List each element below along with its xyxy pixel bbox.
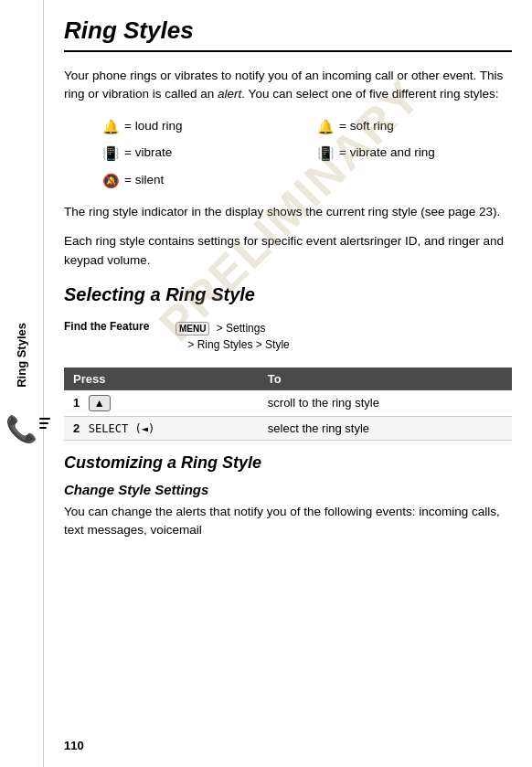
soft-ring-label: = soft ring xyxy=(339,116,394,137)
intro-paragraph-3: Each ring style contains settings for sp… xyxy=(64,232,512,270)
ring-style-vibrate: 📳 = vibrate xyxy=(101,142,297,165)
vibrate-label: = vibrate xyxy=(124,143,172,164)
loud-ring-icon: 🔔 xyxy=(101,115,121,139)
find-feature-path: MENU > Settings > Ring Styles > Style xyxy=(176,320,290,353)
ring-style-vibrate-ring: 📳 = vibrate and ring xyxy=(315,142,512,165)
vibrate-icon: 📳 xyxy=(101,142,121,165)
press-table: Press To 1 ▲ scroll to the ring style 2 … xyxy=(64,368,512,441)
customizing-heading: Customizing a Ring Style xyxy=(64,453,512,473)
ring-style-loud: 🔔 = loud ring xyxy=(101,115,297,139)
col-press-header: Press xyxy=(64,368,259,390)
selecting-heading: Selecting a Ring Style xyxy=(64,284,512,305)
select-key-label: SELECT (◄) xyxy=(89,422,154,435)
ring-style-silent: 🔕 = silent xyxy=(101,169,297,193)
loud-ring-label: = loud ring xyxy=(124,116,182,137)
col-to-header: To xyxy=(259,368,512,390)
table-cell-action-2: select the ring style xyxy=(259,416,512,440)
main-content: PRELIMINARY Ring Styles Your phone rings… xyxy=(44,0,532,767)
table-cell-key-1: 1 ▲ xyxy=(64,390,259,417)
vibrate-ring-label: = vibrate and ring xyxy=(339,143,435,164)
customizing-paragraph: You can change the alerts that notify yo… xyxy=(64,503,512,540)
page-title: Ring Styles xyxy=(64,16,512,52)
page-number: 110 xyxy=(64,739,84,752)
phone-icon: 📞 xyxy=(5,415,37,443)
nav-key-icon: ▲ xyxy=(89,395,111,411)
ring-style-soft: 🔔 = soft ring xyxy=(315,115,512,139)
intro-paragraph-2: The ring style indicator in the display … xyxy=(64,203,512,221)
page-container: Ring Styles 📞 PRELIMINARY Ring Styles Yo… xyxy=(0,0,532,767)
sidebar-icon: 📞 xyxy=(5,414,37,444)
vibrate-ring-icon: 📳 xyxy=(315,142,335,165)
soft-ring-icon: 🔔 xyxy=(315,115,335,139)
sidebar-label: Ring Styles xyxy=(15,323,28,388)
silent-label: = silent xyxy=(124,170,164,191)
find-feature-label: Find the Feature xyxy=(64,320,165,333)
menu-icon-box: MENU xyxy=(176,322,209,336)
silent-icon: 🔕 xyxy=(101,169,121,193)
sidebar: Ring Styles 📞 xyxy=(0,0,44,767)
table-cell-action-1: scroll to the ring style xyxy=(259,390,512,417)
table-row: 1 ▲ scroll to the ring style xyxy=(64,390,512,417)
intro-paragraph-1: Your phone rings or vibrates to notify y… xyxy=(64,67,512,104)
table-row: 2 SELECT (◄) select the ring style xyxy=(64,416,512,440)
find-feature-box: Find the Feature MENU > Settings > Ring … xyxy=(64,314,512,358)
ring-styles-grid: 🔔 = loud ring 🔔 = soft ring 📳 = vibrate … xyxy=(101,115,512,193)
table-cell-key-2: 2 SELECT (◄) xyxy=(64,416,259,440)
change-style-subheading: Change Style Settings xyxy=(64,482,512,497)
